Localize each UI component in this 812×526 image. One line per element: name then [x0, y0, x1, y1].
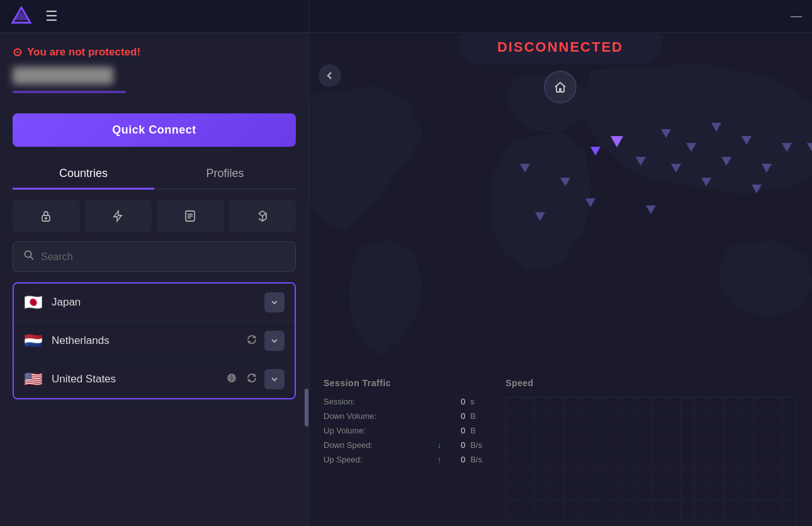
arrow-up-icon: ↑ — [437, 455, 442, 464]
list-item[interactable]: 🇳🇱 Netherlands — [14, 322, 295, 360]
stat-row-down-speed: Down Speed: ↓ 0 B/s — [324, 440, 485, 450]
search-icon — [23, 249, 35, 264]
filter-secure-core[interactable] — [13, 200, 80, 232]
hamburger-icon[interactable]: ☰ — [45, 8, 58, 25]
session-traffic-section: Session Traffic Session: 0 s Down Volume… — [324, 378, 485, 516]
status-header: DISCONNECTED — [308, 33, 812, 66]
stat-label-down-speed: Down Speed: — [324, 440, 432, 450]
session-traffic-title: Session Traffic — [324, 378, 485, 388]
search-input[interactable] — [41, 251, 285, 263]
app-logo — [10, 5, 33, 28]
stats-panel: Session Traffic Session: 0 s Down Volume… — [308, 368, 812, 526]
right-panel: DISCONNECTED — [308, 33, 812, 526]
stat-row-session: Session: 0 s — [324, 397, 485, 406]
sync-icon-netherlands — [244, 333, 259, 348]
country-actions-japan — [264, 292, 285, 312]
connection-status: DISCONNECTED — [497, 39, 623, 55]
list-item[interactable]: 🇺🇸 United States — [14, 360, 295, 398]
svg-point-9 — [25, 251, 31, 258]
tab-bar: Countries Profiles — [13, 159, 296, 190]
stat-value-session: 0 — [446, 397, 465, 406]
sync-icon-us — [244, 372, 259, 387]
stat-row-up-volume: Up Volume: 0 B — [324, 426, 485, 435]
filter-tor[interactable] — [157, 200, 224, 232]
search-box — [13, 241, 296, 272]
stat-label-down-volume: Down Volume: — [324, 411, 441, 421]
stat-unit-down-speed: B/s — [470, 440, 485, 450]
speed-chart-grid — [505, 397, 797, 526]
country-actions-netherlands — [244, 331, 285, 351]
minimize-icon[interactable]: — — [791, 9, 802, 23]
stat-value-down-speed: 0 — [446, 440, 465, 450]
svg-line-10 — [31, 257, 34, 260]
arrow-down-icon: ↓ — [437, 440, 442, 450]
country-name-us: United States — [52, 373, 217, 386]
home-button[interactable] — [544, 71, 577, 103]
filter-p2p[interactable] — [85, 200, 152, 232]
ip-address-blurred — [13, 67, 113, 84]
stat-label-session: Session: — [324, 397, 441, 406]
expand-netherlands-button[interactable] — [264, 331, 285, 351]
filter-row — [13, 200, 296, 232]
panel-divider — [308, 33, 309, 526]
app-header: ☰ — — [0, 0, 812, 33]
stat-unit-down-volume: B — [470, 411, 485, 421]
svg-rect-16 — [505, 397, 797, 526]
warning-text: ⊙ You are not protected! — [13, 45, 296, 59]
country-list: 🇯🇵 Japan 🇳🇱 Netherlands — [13, 282, 296, 526]
left-panel: ⊙ You are not protected! Quick Connect C… — [0, 33, 308, 526]
country-name-japan: Japan — [52, 296, 257, 309]
stat-value-up-speed: 0 — [446, 455, 465, 464]
tab-profiles[interactable]: Profiles — [154, 159, 296, 190]
tab-countries[interactable]: Countries — [13, 159, 154, 190]
country-flag-us: 🇺🇸 — [24, 370, 44, 388]
speed-chart-section: Speed — [505, 378, 797, 516]
stat-label-up-speed: Up Speed: — [324, 455, 432, 464]
status-badge: DISCONNECTED — [460, 34, 661, 64]
stat-value-up-volume: 0 — [446, 426, 465, 435]
stat-unit-up-volume: B — [470, 426, 485, 435]
list-item[interactable]: 🇯🇵 Japan — [14, 283, 295, 322]
svg-point-3 — [45, 217, 47, 219]
stat-value-down-volume: 0 — [446, 411, 465, 421]
warning-icon: ⊙ — [13, 45, 22, 59]
filter-all[interactable] — [229, 200, 296, 232]
warning-section: ⊙ You are not protected! — [13, 45, 296, 103]
country-flag-japan: 🇯🇵 — [24, 294, 44, 311]
expand-japan-button[interactable] — [264, 292, 285, 312]
country-list-inner: 🇯🇵 Japan 🇳🇱 Netherlands — [13, 282, 296, 399]
back-button[interactable] — [319, 64, 341, 87]
main-layout: ⊙ You are not protected! Quick Connect C… — [0, 33, 812, 526]
country-flag-netherlands: 🇳🇱 — [24, 332, 44, 350]
stat-label-up-volume: Up Volume: — [324, 426, 441, 435]
country-actions-us — [224, 369, 285, 389]
stat-unit-up-speed: B/s — [470, 455, 485, 464]
stat-unit-session: s — [470, 397, 485, 406]
globe-icon-us — [224, 372, 239, 387]
country-name-netherlands: Netherlands — [52, 334, 237, 347]
ip-bar — [13, 91, 126, 93]
speed-chart-title: Speed — [505, 378, 797, 388]
stat-row-down-volume: Down Volume: 0 B — [324, 411, 485, 421]
stat-row-up-speed: Up Speed: ↑ 0 B/s — [324, 455, 485, 464]
quick-connect-button[interactable]: Quick Connect — [13, 113, 296, 147]
expand-us-button[interactable] — [264, 369, 285, 389]
